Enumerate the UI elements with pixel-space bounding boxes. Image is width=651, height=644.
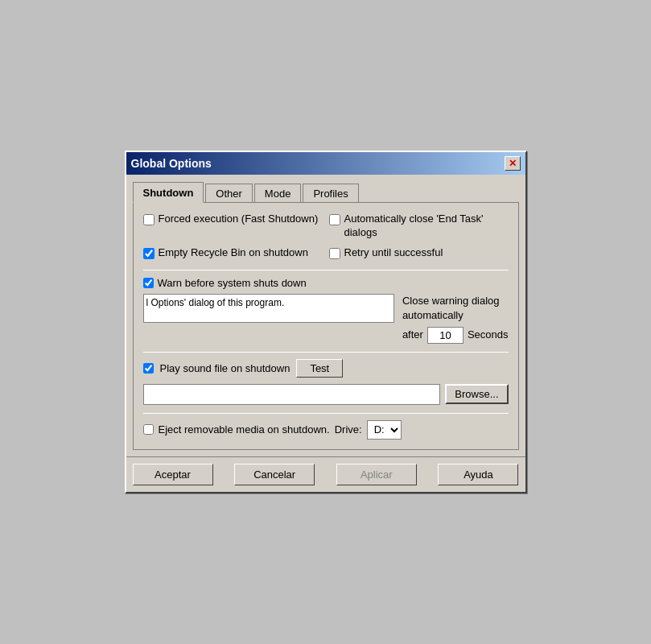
auto-close-label: Automatically close 'End Task' dialogs [344,213,509,240]
test-button[interactable]: Test [296,359,343,378]
tab-profiles[interactable]: Profiles [303,184,358,203]
forced-execution-checkbox[interactable] [143,214,155,225]
warn-label: Warn before system shuts down [158,277,307,289]
eject-checkbox[interactable] [143,424,154,435]
drive-label: Drive: [335,423,362,436]
browse-row: Browse... [143,384,509,405]
help-button[interactable]: Ayuda [438,464,518,485]
file-path-input[interactable] [143,384,441,405]
tab-mode[interactable]: Mode [254,184,302,203]
separator-1 [143,270,509,270]
tab-other[interactable]: Other [205,184,253,203]
play-sound-checkbox[interactable] [143,363,154,374]
button-row: Aceptar Cancelar Aplicar Ayuda [126,456,525,492]
warn-textarea[interactable]: l Options' dialog of this program. [143,294,394,323]
drive-select[interactable]: D: A: B: C: E: F: [367,420,402,440]
forced-execution-item: Forced execution (Fast Shutdown) [143,213,323,240]
close-warning-line1: Close warning dialog [402,294,500,308]
after-label: after [402,328,423,342]
eject-row: Eject removable media on shutdown. Drive… [143,420,509,440]
empty-recycle-label: Empty Recycle Bin on shutdown [159,246,308,260]
eject-label: Eject removable media on shutdown. [159,423,330,436]
options-grid: Forced execution (Fast Shutdown) Automat… [143,213,509,260]
retry-label: Retry until successful [344,246,443,260]
empty-recycle-checkbox[interactable] [143,248,155,259]
retry-checkbox[interactable] [329,248,340,259]
global-options-window: Global Options Shutdown Other Mode Profi… [125,151,527,493]
close-warning-right: Close warning dialog automatically after… [402,294,509,343]
play-sound-label: Play sound file on shutdown [160,362,290,374]
window-title: Global Options [131,157,212,170]
separator-3 [143,413,509,414]
separator-2 [143,352,509,353]
seconds-label: Seconds [468,328,509,342]
seconds-input[interactable] [427,327,464,344]
warn-row: Warn before system shuts down [143,277,509,289]
auto-close-item: Automatically close 'End Task' dialogs [329,213,509,240]
tab-bar: Shutdown Other Mode Profiles [133,181,519,202]
retry-item: Retry until successful [329,246,509,260]
forced-execution-label: Forced execution (Fast Shutdown) [159,213,319,226]
close-button[interactable] [505,156,521,171]
tab-shutdown[interactable]: Shutdown [133,182,204,203]
browse-button[interactable]: Browse... [445,384,508,404]
empty-recycle-item: Empty Recycle Bin on shutdown [143,246,323,260]
title-bar: Global Options [126,152,525,175]
apply-button[interactable]: Aplicar [336,464,417,485]
auto-close-checkbox[interactable] [329,214,340,225]
warn-checkbox[interactable] [143,278,154,288]
after-row: after Seconds [402,327,509,344]
tab-content-shutdown: Forced execution (Fast Shutdown) Automat… [133,202,519,449]
cancel-button[interactable]: Cancelar [234,464,315,485]
window-body: Shutdown Other Mode Profiles Forced exec… [126,175,525,456]
accept-button[interactable]: Aceptar [133,464,213,485]
sound-row: Play sound file on shutdown Test [143,359,509,378]
close-warning-line2: automatically [402,308,464,323]
close-warning-section: l Options' dialog of this program. Close… [143,294,509,343]
